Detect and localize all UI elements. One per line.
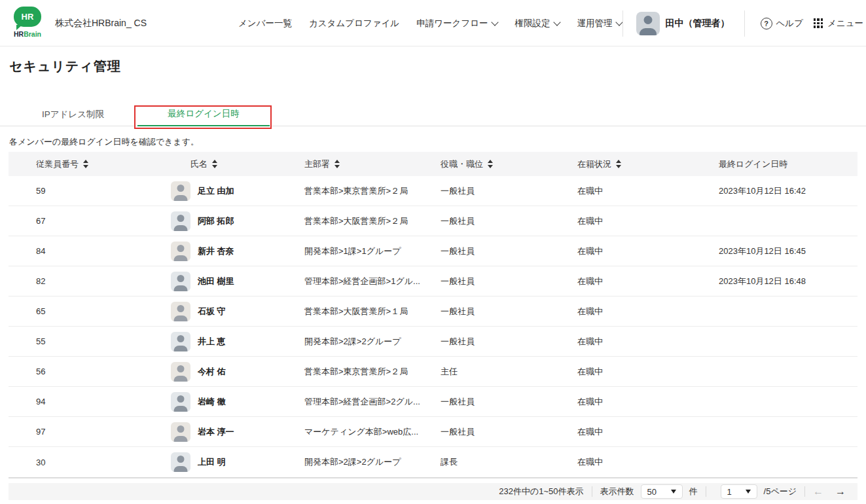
cell-last-login: 2023年10月12日 16:48 (719, 276, 857, 287)
cell-status: 在職中 (577, 215, 719, 227)
table-row[interactable]: 82 池田 樹里 管理本部>経営企画部>1グル... 一般社員 在職中 2023… (9, 266, 857, 297)
table-row[interactable]: 65 石坂 守 営業本部>大阪営業所>１局 一般社員 在職中 (9, 297, 857, 327)
table-row[interactable]: 97 岩本 淳一 マーケティング本部>web広... 一般社員 在職中 (9, 417, 857, 447)
tab-ip-address-restriction[interactable]: IPアドレス制限 (9, 102, 137, 126)
column-header-last-login: 最終ログイン日時 (719, 158, 857, 170)
column-header-position[interactable]: 役職・職位 (441, 158, 577, 170)
cell-name: 新井 杏奈 (171, 242, 304, 261)
table-row[interactable]: 30 上田 明 開発本部>2課>2グループ 課長 在職中 (9, 447, 857, 477)
column-header-status[interactable]: 在籍状況 (577, 158, 719, 170)
cell-name: 足立 由加 (171, 181, 304, 201)
sort-icon[interactable] (83, 160, 88, 168)
header-right-cluster: 田中（管理者） ? ヘルプ メニュー (622, 0, 866, 46)
member-name: 上田 明 (198, 456, 226, 468)
sort-icon[interactable] (616, 160, 621, 168)
hrbrain-logo-icon: HR (14, 7, 41, 27)
prev-page-button[interactable]: ← (813, 486, 823, 497)
sort-icon[interactable] (488, 160, 493, 168)
cell-employee-no: 84 (9, 246, 171, 256)
help-button[interactable]: ? ヘルプ (761, 18, 803, 29)
member-avatar (171, 452, 190, 472)
column-header-employee-no[interactable]: 従業員番号 (9, 158, 171, 170)
member-name: 今村 佑 (198, 366, 226, 378)
member-avatar (171, 332, 190, 351)
cell-name: 池田 樹里 (171, 272, 304, 291)
unit-label: 件 (689, 486, 698, 497)
cell-status: 在職中 (577, 426, 719, 438)
cell-status: 在職中 (577, 396, 719, 408)
cell-status: 在職中 (577, 276, 719, 287)
member-name: 井上 恵 (198, 336, 226, 348)
cell-position: 一般社員 (441, 336, 577, 348)
page-description: 各メンバーの最終ログイン日時を確認できます。 (9, 136, 199, 148)
cell-status: 在職中 (577, 456, 719, 468)
member-avatar (171, 211, 190, 231)
cell-department: 営業本部>東京営業所>２局 (304, 366, 441, 378)
cell-position: 一般社員 (441, 215, 577, 227)
cell-name: 岩崎 徹 (171, 392, 304, 412)
user-avatar[interactable] (636, 12, 660, 35)
nav-member-list[interactable]: メンバー一覧 (238, 18, 292, 29)
cell-department: 開発本部>2課>2グループ (304, 456, 441, 468)
cell-department: 営業本部>東京営業所>２局 (304, 185, 441, 197)
next-page-button[interactable]: → (835, 486, 846, 497)
sort-icon[interactable] (334, 160, 340, 168)
table-row[interactable]: 56 今村 佑 営業本部>東京営業所>２局 主任 在職中 (9, 357, 857, 387)
nav-custom-profile[interactable]: カスタムプロファイル (309, 18, 399, 29)
table-row[interactable]: 84 新井 杏奈 開発本部>1課>1グループ 一般社員 在職中 2023年10月… (9, 236, 857, 266)
menu-button[interactable]: メニュー (814, 18, 866, 29)
cell-position: 一般社員 (441, 185, 577, 197)
cell-employee-no: 55 (9, 336, 171, 346)
cell-employee-no: 30 (9, 458, 171, 467)
company-name: 株式会社HRBrain_ CS (55, 18, 147, 29)
page-size-select[interactable]: 50 (641, 484, 683, 499)
column-header-name[interactable]: 氏名 (171, 158, 304, 170)
nav-operation-management[interactable]: 運用管理 (577, 18, 622, 29)
pagination-summary: 232件中の1~50件表示 (499, 486, 583, 497)
hrbrain-logo[interactable]: HR HRBrain (10, 7, 45, 38)
table-row[interactable]: 67 阿部 拓郎 営業本部>大阪営業所>２局 一般社員 在職中 (9, 206, 857, 236)
cell-employee-no: 97 (9, 427, 171, 437)
nav-application-workflow[interactable]: 申請ワークフロー (416, 18, 497, 29)
total-pages-label: /5ページ (764, 486, 797, 497)
cell-position: 一般社員 (441, 396, 577, 408)
page-title: セキュリティ管理 (9, 58, 121, 75)
member-name: 岩崎 徹 (198, 396, 226, 408)
user-name[interactable]: 田中（管理者） (666, 18, 730, 29)
nav-permission-settings[interactable]: 権限設定 (514, 18, 560, 29)
divider (706, 486, 706, 497)
cell-name: 石坂 守 (171, 302, 304, 321)
cell-employee-no: 59 (9, 186, 171, 196)
cell-name: 岩本 淳一 (171, 422, 304, 442)
grid-menu-icon (814, 18, 823, 27)
cell-department: マーケティング本部>web広... (304, 426, 441, 438)
member-avatar (171, 362, 190, 382)
divider (744, 10, 745, 37)
cell-last-login: 2023年10月12日 16:45 (719, 245, 857, 257)
last-login-table: 従業員番号 氏名 主部署 役職・職位 在籍状況 最終ログイン日時 59 足立 由… (9, 152, 857, 478)
cell-department: 管理本部>経営企画部>2グル... (304, 396, 441, 408)
table-body: 59 足立 由加 営業本部>東京営業所>２局 一般社員 在職中 2023年10月… (9, 176, 857, 477)
column-header-department[interactable]: 主部署 (304, 158, 441, 170)
app-header: HR HRBrain 株式会社HRBrain_ CS メンバー一覧 カスタムプロ… (0, 0, 866, 46)
dropdown-triangle-icon (746, 490, 751, 494)
cell-position: 一般社員 (441, 276, 577, 287)
cell-position: 一般社員 (441, 306, 577, 317)
table-row[interactable]: 59 足立 由加 営業本部>東京営業所>２局 一般社員 在職中 2023年10月… (9, 176, 857, 206)
member-name: 岩本 淳一 (198, 426, 234, 438)
page-select[interactable]: 1 (721, 484, 757, 499)
member-avatar (171, 422, 190, 442)
cell-employee-no: 67 (9, 216, 171, 226)
dropdown-triangle-icon (671, 490, 676, 494)
table-row[interactable]: 55 井上 恵 開発本部>2課>2グループ 一般社員 在職中 (9, 327, 857, 357)
table-row[interactable]: 94 岩崎 徹 管理本部>経営企画部>2グル... 一般社員 在職中 (9, 387, 857, 417)
cell-employee-no: 65 (9, 306, 171, 316)
security-management-page: HR HRBrain 株式会社HRBrain_ CS メンバー一覧 カスタムプロ… (0, 0, 866, 504)
cell-department: 営業本部>大阪営業所>２局 (304, 215, 441, 227)
cell-department: 開発本部>1課>1グループ (304, 245, 441, 257)
cell-employee-no: 56 (9, 367, 171, 376)
sort-icon[interactable] (212, 160, 217, 168)
cell-department: 営業本部>大阪営業所>１局 (304, 306, 441, 317)
tab-last-login-datetime[interactable]: 最終ログイン日時 (137, 102, 270, 126)
cell-name: 上田 明 (171, 452, 304, 472)
